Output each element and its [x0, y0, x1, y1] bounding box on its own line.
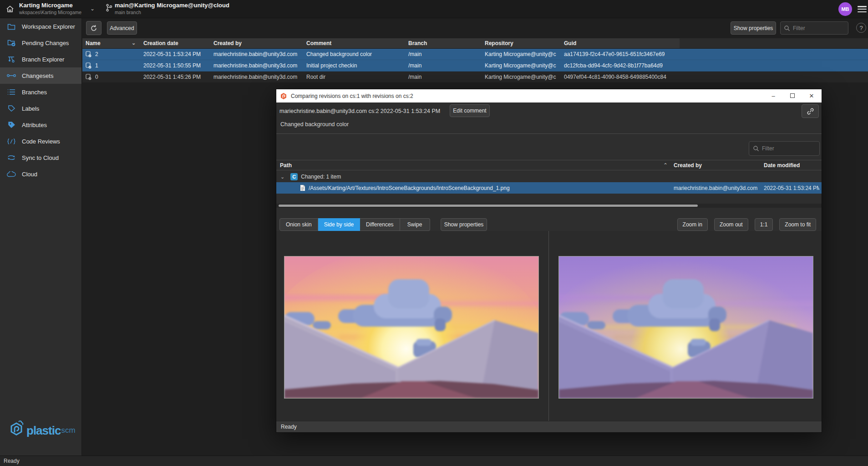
link-button[interactable]	[802, 104, 819, 118]
sidebar-item-labels[interactable]: Labels	[0, 100, 81, 117]
column-header-created-by[interactable]: Created by	[210, 38, 303, 48]
workspace-name: Karting Microgame	[19, 2, 81, 9]
column-header-path[interactable]: Path	[280, 162, 292, 169]
zoom-to-fit-button[interactable]: Zoom to fit	[779, 218, 816, 231]
dialog-titlebar: Comparing revisions on cs:1 with revisio…	[276, 89, 822, 102]
changeset-icon	[86, 62, 91, 69]
sidebar-item-pending-changes[interactable]: Pending Changes	[0, 35, 81, 51]
minimize-button[interactable]: –	[770, 92, 777, 99]
changed-group-label: Changed: 1 item	[301, 174, 341, 180]
changed-group-row[interactable]: ⌄ C Changed: 1 item	[276, 171, 822, 182]
zoom-out-button[interactable]: Zoom out	[714, 218, 748, 231]
comparison-image-right[interactable]	[558, 256, 813, 399]
sidebar-item-branch-explorer[interactable]: Branch Explorer	[0, 51, 81, 67]
dialog-filter-box	[749, 141, 820, 156]
close-button[interactable]: ✕	[808, 92, 815, 99]
list-icon	[6, 88, 16, 96]
maximize-button[interactable]	[789, 92, 796, 99]
compare-revisions-dialog: Comparing revisions on cs:1 with revisio…	[276, 89, 822, 433]
sidebar-item-attributes[interactable]: Attributes	[0, 117, 81, 133]
search-icon	[753, 145, 759, 152]
show-properties-button[interactable]: Show properties	[731, 21, 776, 35]
table-row[interactable]: 1 2022-05-31 1:50:55 PM mariechristine.b…	[82, 60, 868, 72]
sidebar-item-workspace-explorer[interactable]: Workspace Explorer	[0, 18, 81, 35]
cloud-icon	[6, 170, 16, 178]
zoom-controls: Zoom in Zoom out 1:1 Zoom to fit	[677, 218, 816, 231]
plastic-scm-window: Karting Microgame wkspaces\Karting Micro…	[0, 0, 868, 466]
column-header-date-modified[interactable]: Date modified	[764, 162, 800, 169]
top-header: Karting Microgame wkspaces\Karting Micro…	[0, 0, 868, 18]
filter-input[interactable]	[793, 25, 845, 31]
sort-chevron-icon[interactable]: ⌄	[132, 40, 136, 46]
sidebar-item-sync-to-cloud[interactable]: Sync to Cloud	[0, 149, 81, 166]
panel-divider[interactable]	[548, 231, 549, 421]
sidebar-item-label: Workspace Explorer	[22, 23, 75, 30]
column-header-comment[interactable]: Comment	[303, 38, 405, 48]
revision-meta: mariechristine.babin@unity3d.com cs:2 20…	[279, 108, 440, 114]
collapse-chevron-icon[interactable]: ⌃	[663, 162, 668, 169]
branch-selector[interactable]: main@Karting Microgame@unity@cloud main …	[115, 2, 229, 15]
dialog-status-bar: Ready	[276, 421, 822, 432]
sidebar-item-label: Attributes	[22, 122, 47, 128]
branch-sublabel: main branch	[115, 10, 229, 15]
table-row[interactable]: 2 2022-05-31 1:53:24 PM mariechristine.b…	[82, 49, 868, 60]
file-path: /Assets/Karting/Art/Textures/IntroSceneB…	[309, 185, 510, 191]
logo-text: plastic	[26, 424, 61, 438]
dialog-show-properties-button[interactable]: Show properties	[441, 218, 487, 231]
status-bar: Ready	[0, 456, 868, 466]
scrollbar-thumb[interactable]	[279, 205, 698, 207]
column-header-branch[interactable]: Branch	[405, 38, 482, 48]
sidebar-item-cloud[interactable]: Cloud	[0, 166, 81, 182]
home-icon	[5, 5, 15, 14]
changesets-table: Name ⌄ Creation date Created by Comment …	[82, 38, 868, 83]
logo-suffix: scm	[61, 426, 75, 435]
sidebar-item-branches[interactable]: Branches	[0, 84, 81, 100]
plasticscm-logo-icon	[7, 420, 26, 441]
one-to-one-button[interactable]: 1:1	[755, 218, 773, 231]
chevron-down-icon[interactable]: ⌄	[90, 5, 95, 12]
sidebar-item-label: Branches	[22, 89, 47, 96]
table-row[interactable]: 0 2022-05-31 1:45:26 PM mariechristine.b…	[82, 72, 868, 83]
comparison-area	[276, 231, 822, 421]
path-table-header: Path ⌃ Created by Date modified	[276, 160, 822, 170]
avatar[interactable]: MB	[838, 2, 852, 16]
column-header-created-by[interactable]: Created by	[674, 162, 702, 169]
column-header-guid[interactable]: Guid	[561, 38, 680, 48]
comparison-image-left[interactable]	[284, 256, 539, 399]
refresh-button[interactable]	[86, 21, 102, 35]
tab-onion-skin[interactable]: Onion skin	[279, 218, 318, 231]
sidebar-item-label: Changesets	[22, 72, 53, 79]
branch-label: main@Karting Microgame@unity@cloud	[115, 2, 229, 9]
edit-comment-button[interactable]: Edit comment	[450, 104, 490, 117]
divider	[276, 133, 822, 134]
refresh-icon	[90, 25, 97, 32]
tag-icon	[6, 104, 16, 113]
workspace-selector[interactable]: Karting Microgame wkspaces\Karting Micro…	[19, 2, 81, 15]
tab-swipe[interactable]: Swipe	[400, 218, 430, 231]
tab-differences[interactable]: Differences	[360, 218, 400, 231]
column-header-creation-date[interactable]: Creation date	[140, 38, 210, 48]
file-row[interactable]: /Assets/Karting/Art/Textures/IntroSceneB…	[276, 182, 822, 194]
changeset-icon	[86, 51, 91, 57]
chevron-down-icon[interactable]: ⌄	[280, 174, 284, 180]
plasticscm-logo: plasticscm	[7, 420, 76, 441]
advanced-button[interactable]: Advanced	[107, 21, 137, 35]
sidebar-item-code-reviews[interactable]: Code Reviews	[0, 133, 81, 149]
branch-icon	[106, 4, 112, 13]
dialog-filter-input[interactable]	[762, 145, 816, 152]
sidebar-item-label: Cloud	[22, 171, 37, 178]
sidebar-item-label: Labels	[22, 105, 39, 112]
help-button[interactable]: ?	[856, 23, 866, 33]
tab-side-by-side[interactable]: Side by side	[318, 218, 360, 231]
changesets-icon	[6, 72, 16, 80]
sidebar-item-label: Branch Explorer	[22, 56, 64, 63]
zoom-in-button[interactable]: Zoom in	[677, 218, 708, 231]
plastic-app-icon	[280, 92, 287, 100]
changesets-toolbar: Advanced Show properties ?	[82, 18, 868, 38]
home-button[interactable]	[4, 3, 16, 15]
sidebar-item-changesets[interactable]: Changesets	[0, 67, 81, 84]
menu-icon[interactable]	[858, 5, 867, 13]
dialog-status-text: Ready	[281, 424, 297, 430]
column-header-repository[interactable]: Repository	[482, 38, 561, 48]
filter-box	[780, 21, 848, 35]
